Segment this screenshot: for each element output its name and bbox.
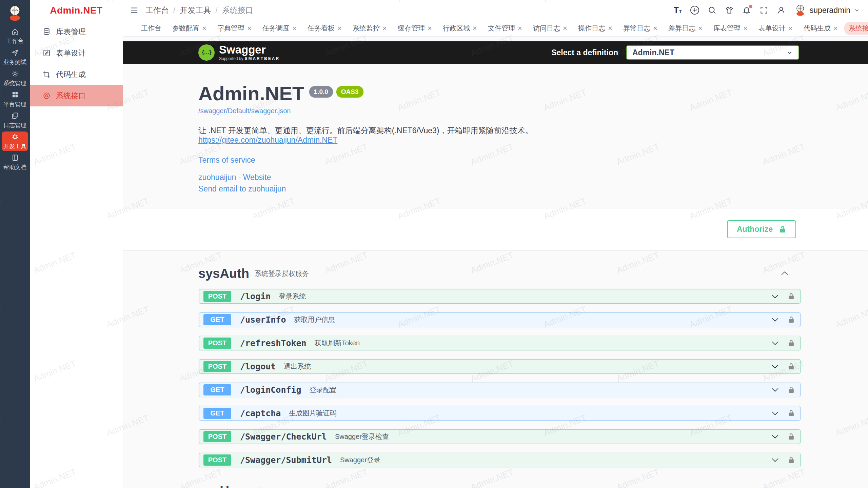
definition-select[interactable]: Admin.NET: [626, 45, 799, 60]
rail-item-system-mgmt[interactable]: 系统管理: [2, 68, 28, 88]
sidebar-item-system-api[interactable]: 系统接口: [30, 85, 123, 106]
close-icon[interactable]: [202, 26, 206, 30]
unlock-icon[interactable]: [788, 293, 795, 300]
close-icon[interactable]: [518, 26, 522, 30]
view-tab[interactable]: 缓存管理: [393, 22, 436, 35]
user-menu[interactable]: superadmin: [794, 4, 860, 16]
endpoint-row[interactable]: POST /logout 退出系统: [199, 359, 801, 374]
contact-website-link[interactable]: zuohuaijun - Website: [198, 173, 793, 182]
tab-label: 字典管理: [217, 24, 244, 33]
section-header[interactable]: sysAuth 系统登录授权服务: [198, 263, 801, 284]
notifications-bell[interactable]: [742, 6, 751, 15]
app-logo-avatar[interactable]: [0, 0, 30, 26]
breadcrumb-item[interactable]: 开发工具: [180, 5, 211, 16]
api-description: 让 .NET 开发更简单、更通用、更流行。前后端分离架构(.NET6/Vue3)…: [198, 126, 793, 136]
language-icon[interactable]: 中: [690, 6, 699, 15]
endpoint-row[interactable]: POST /Swagger/CheckUrl Swagger登录检查: [199, 429, 801, 444]
view-tab[interactable]: 异常日志: [619, 22, 662, 35]
close-icon[interactable]: [608, 26, 612, 30]
rail-item-platform-mgmt[interactable]: 平台管理: [2, 89, 28, 109]
unlock-icon[interactable]: [788, 316, 795, 323]
view-tab[interactable]: 任务看板: [303, 22, 346, 35]
rail-item-help-docs[interactable]: 帮助文档: [2, 152, 28, 172]
chevron-down-icon[interactable]: [771, 363, 779, 370]
close-icon[interactable]: [247, 26, 252, 30]
theme-shirt-icon[interactable]: [725, 6, 734, 15]
endpoint-row[interactable]: POST /login 登录系统: [199, 289, 801, 304]
view-tab[interactable]: 库表管理: [709, 22, 752, 35]
fullscreen-icon[interactable]: [760, 6, 768, 15]
chevron-up-icon[interactable]: [781, 270, 788, 277]
endpoint-row[interactable]: POST /Swagger/SubmitUrl Swagger登录: [199, 453, 801, 467]
close-icon[interactable]: [653, 26, 657, 30]
chevron-down-icon[interactable]: [771, 292, 779, 300]
view-tab[interactable]: 访问日志: [529, 22, 572, 35]
rail-item-label: 系统管理: [3, 79, 26, 87]
unlock-icon[interactable]: [788, 410, 795, 417]
chevron-down-icon[interactable]: [771, 433, 779, 440]
sidebar-item-code-gen[interactable]: 代码生成: [30, 64, 123, 85]
chevron-down-icon[interactable]: [771, 386, 779, 393]
rail-item-business-test[interactable]: 业务测试: [2, 47, 28, 67]
unlock-icon[interactable]: [788, 340, 795, 347]
endpoint-summary: 生成图片验证码: [289, 409, 336, 418]
sidebar-item-table-mgmt[interactable]: 库表管理: [30, 21, 123, 42]
rail-item-log-mgmt[interactable]: 日志管理: [2, 110, 28, 130]
section-header[interactable]: sysUser 系统用户服务: [198, 481, 801, 488]
view-tab[interactable]: 差异日志: [664, 22, 707, 35]
close-icon[interactable]: [382, 26, 387, 30]
sidebar-item-form-design[interactable]: 表单设计: [30, 42, 123, 64]
terms-of-service-link[interactable]: Terms of service: [198, 156, 793, 165]
close-icon[interactable]: [743, 26, 748, 30]
close-icon[interactable]: [292, 26, 297, 30]
endpoint-row[interactable]: GET /userInfo 获取用户信息: [199, 312, 801, 327]
chevron-down-icon[interactable]: [771, 316, 779, 323]
view-tab[interactable]: 代码生成: [799, 22, 842, 35]
tab-label: 代码生成: [804, 24, 831, 33]
view-tab[interactable]: 操作日志: [574, 22, 617, 35]
view-tab[interactable]: 参数配置: [168, 22, 211, 35]
close-icon[interactable]: [788, 26, 793, 30]
chevron-down-icon[interactable]: [771, 456, 779, 464]
topbar-actions: TT 中 superadmi: [674, 4, 860, 16]
view-tab[interactable]: 任务调度: [258, 22, 301, 35]
chevron-down-icon: [786, 49, 793, 56]
endpoint-row[interactable]: POST /refreshToken 获取刷新Token: [199, 336, 801, 350]
tab-label: 访问日志: [533, 24, 560, 33]
breadcrumb-item[interactable]: 工作台: [145, 5, 169, 16]
authorize-button[interactable]: Authorize: [727, 220, 796, 238]
copy-docs-icon: [11, 112, 19, 120]
close-icon[interactable]: [563, 26, 567, 30]
rail-item-workbench[interactable]: 工作台: [2, 26, 28, 46]
view-tab[interactable]: 表单设计: [754, 22, 797, 35]
chevron-down-icon[interactable]: [771, 409, 779, 417]
spec-url-link[interactable]: /swagger/Default/swagger.json: [198, 107, 291, 115]
unlock-icon[interactable]: [788, 456, 795, 464]
swagger-logo-icon: {…}: [198, 44, 215, 61]
api-tag-section: sysAuth 系统登录授权服务 POST /login 登录系统: [198, 263, 801, 467]
close-icon[interactable]: [473, 26, 477, 30]
unlock-icon[interactable]: [788, 433, 795, 440]
contact-email-link[interactable]: Send email to zuohuaijun: [198, 184, 793, 194]
endpoint-row[interactable]: GET /loginConfig 登录配置: [199, 383, 801, 397]
view-tab[interactable]: 工作台: [137, 22, 166, 35]
view-tab[interactable]: 行政区域: [438, 22, 481, 35]
view-tab[interactable]: 系统接口: [844, 22, 868, 35]
unlock-icon[interactable]: [788, 363, 795, 370]
close-icon[interactable]: [337, 26, 342, 30]
rail-item-dev-tools[interactable]: 开发工具: [2, 131, 28, 151]
view-tab[interactable]: 系统监控: [348, 22, 391, 35]
repo-url-link[interactable]: https://gitee.com/zuohuaijun/Admin.NET: [198, 136, 337, 145]
view-tab[interactable]: 文件管理: [484, 22, 527, 35]
search-icon[interactable]: [708, 6, 716, 15]
chevron-down-icon[interactable]: [771, 339, 779, 347]
person-icon[interactable]: [777, 6, 786, 15]
font-size-icon[interactable]: TT: [674, 6, 682, 14]
close-icon[interactable]: [698, 26, 703, 30]
close-icon[interactable]: [833, 26, 838, 30]
unlock-icon[interactable]: [788, 386, 795, 393]
view-tab[interactable]: 字典管理: [213, 22, 256, 35]
endpoint-row[interactable]: GET /captcha 生成图片验证码: [199, 406, 801, 421]
close-icon[interactable]: [428, 26, 432, 30]
menu-fold-icon[interactable]: [130, 6, 139, 15]
